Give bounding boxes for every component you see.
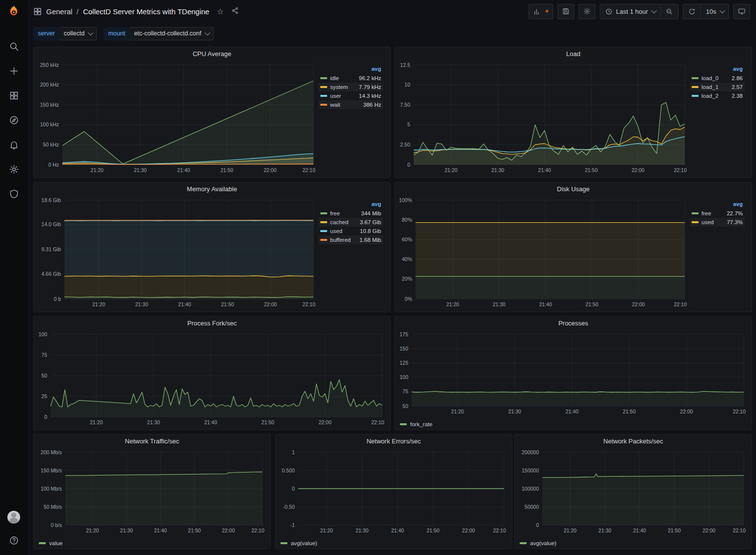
network-errors-legend[interactable]: avg(value) xyxy=(276,538,512,549)
panel-title[interactable]: Network Errors/sec xyxy=(276,435,512,447)
svg-text:100: 100 xyxy=(38,331,47,337)
svg-text:22:00: 22:00 xyxy=(632,301,644,307)
panel-title[interactable]: CPU Average xyxy=(34,47,390,60)
search-button[interactable] xyxy=(8,40,20,52)
create-button[interactable] xyxy=(8,65,20,77)
network-packets-chart[interactable]: 05000010000015000020000021:2021:3021:402… xyxy=(518,447,749,536)
alerting-button[interactable] xyxy=(8,139,20,150)
tv-mode-button[interactable] xyxy=(733,4,750,19)
legend-item[interactable]: cached3.67 Gib xyxy=(318,218,383,227)
chart-svg: 05000010000015000020000021:2021:3021:402… xyxy=(518,447,749,536)
settings-gear-icon xyxy=(583,7,591,15)
legend-item[interactable]: used77.3% xyxy=(690,218,745,227)
processes-chart[interactable]: 507510012515017521:2021:3021:4021:5022:0… xyxy=(398,329,749,417)
variable-server-value[interactable]: collectd xyxy=(59,27,97,40)
svg-text:175: 175 xyxy=(399,331,408,337)
add-panel-button[interactable]: + xyxy=(529,4,553,19)
top-navbar: General / CollectD Server Metrics with T… xyxy=(28,0,756,23)
dashboard-settings-button[interactable] xyxy=(579,4,595,19)
legend-item[interactable]: free22.7% xyxy=(690,209,745,218)
svg-text:0: 0 xyxy=(407,162,410,168)
svg-text:0: 0 xyxy=(44,414,47,420)
refresh-interval-picker[interactable]: 10s xyxy=(700,4,728,19)
svg-text:21:50: 21:50 xyxy=(623,409,636,414)
dashboards-button[interactable] xyxy=(8,89,20,101)
search-icon xyxy=(9,41,19,52)
sidebar xyxy=(0,0,28,555)
svg-text:21:40: 21:40 xyxy=(177,167,190,173)
save-dashboard-button[interactable] xyxy=(558,4,574,19)
page-title[interactable]: CollectD Server Metrics with TDengine xyxy=(83,7,209,16)
breadcrumb-folder[interactable]: General / xyxy=(46,7,79,16)
legend-item[interactable]: user14.3 kHz xyxy=(318,91,383,100)
server-admin-button[interactable] xyxy=(8,188,20,200)
panel-title[interactable]: Network Traffic/sec xyxy=(34,435,270,447)
legend-swatch xyxy=(320,104,327,106)
variable-server: server collectd xyxy=(33,27,97,40)
share-icon[interactable] xyxy=(231,7,239,16)
svg-text:21:40: 21:40 xyxy=(204,419,217,425)
chart-svg: 02.5057.501012.521:2021:3021:4021:5022:0… xyxy=(398,60,690,175)
user-avatar[interactable] xyxy=(7,511,20,524)
panel-title[interactable]: Load xyxy=(395,47,752,60)
chevron-down-icon xyxy=(651,8,657,13)
svg-text:100 kHz: 100 kHz xyxy=(40,121,59,127)
gear-icon xyxy=(9,164,19,175)
network-traffic-legend[interactable]: value xyxy=(34,538,270,549)
monitor-icon xyxy=(738,7,746,15)
legend-item[interactable]: wait386 Hz xyxy=(318,100,383,109)
legend-avg-header: avg xyxy=(690,65,745,74)
legend-avg-header: avg xyxy=(318,65,383,74)
legend-item[interactable]: used10.8 Gib xyxy=(318,227,383,235)
legend-swatch xyxy=(320,221,327,223)
network-traffic-chart[interactable]: 0 b/s50 Mb/s100 Mb/s150 Mb/s200 Mb/s21:2… xyxy=(37,447,267,536)
panel-process-fork: Process Fork/sec 025507510021:2021:3021:… xyxy=(33,316,391,430)
processes-legend[interactable]: fork_rate xyxy=(395,419,752,430)
grafana-logo[interactable] xyxy=(0,0,28,23)
legend-item[interactable]: load_22.38 xyxy=(690,91,745,100)
dashboard-grid-icon xyxy=(33,7,42,16)
legend-item-label: fork_rate xyxy=(410,421,432,427)
variable-mount-value[interactable]: etc-collectd-collectd.conf xyxy=(130,27,214,40)
process-fork-chart[interactable]: 025507510021:2021:3021:4021:5022:0022:10 xyxy=(37,329,387,428)
panel-title[interactable]: Network Packets/sec xyxy=(515,435,752,447)
panel-title[interactable]: Processes xyxy=(395,317,752,329)
panel-disk-usage: Disk Usage 0%20%40%60%80%100%21:2021:302… xyxy=(394,182,752,312)
time-range-picker[interactable]: Last 1 hour xyxy=(600,4,660,19)
svg-text:150: 150 xyxy=(399,346,408,351)
panel-load: Load 02.5057.501012.521:2021:3021:4021:5… xyxy=(394,47,752,178)
legend-swatch xyxy=(520,542,527,544)
legend-item[interactable]: load_02.86 xyxy=(690,74,745,83)
legend-swatch xyxy=(692,212,699,214)
legend-item[interactable]: load_12.57 xyxy=(690,83,745,91)
legend-item[interactable]: buffered1.68 Mib xyxy=(318,235,383,244)
configuration-button[interactable] xyxy=(8,163,20,175)
legend-item[interactable]: idle96.2 kHz xyxy=(318,74,383,83)
svg-text:22:00: 22:00 xyxy=(702,527,715,533)
svg-text:21:50: 21:50 xyxy=(261,419,274,425)
legend-item[interactable]: system7.79 kHz xyxy=(318,83,383,91)
disk-usage-chart[interactable]: 0%20%40%60%80%100%21:2021:3021:4021:5022… xyxy=(398,195,690,310)
panel-title[interactable]: Memory Available xyxy=(34,182,390,195)
refresh-button[interactable] xyxy=(683,4,700,19)
network-errors-chart[interactable]: -1-0.5000.500121:2021:3021:4021:5022:002… xyxy=(279,447,509,536)
svg-text:150 Mb/s: 150 Mb/s xyxy=(41,467,62,473)
svg-text:-0.50: -0.50 xyxy=(283,504,295,510)
panel-title[interactable]: Disk Usage xyxy=(395,182,752,195)
breadcrumb: General / CollectD Server Metrics with T… xyxy=(33,7,239,16)
star-icon[interactable]: ☆ xyxy=(217,7,224,16)
zoom-out-button[interactable] xyxy=(660,4,678,19)
svg-text:10: 10 xyxy=(404,82,410,88)
svg-text:0 b: 0 b xyxy=(54,296,61,302)
panel-title[interactable]: Process Fork/sec xyxy=(34,317,390,329)
legend-item-label: value xyxy=(49,540,63,546)
svg-text:200 kHz: 200 kHz xyxy=(40,82,59,88)
cpu-average-chart[interactable]: 0 Hz50 kHz100 kHz150 kHz200 kHz250 kHz21… xyxy=(37,60,318,175)
explore-button[interactable] xyxy=(8,114,20,126)
memory-available-chart[interactable]: 0 b4.66 Gib9.31 Gib14.0 Gib18.6 Gib21:20… xyxy=(37,195,318,310)
load-chart[interactable]: 02.5057.501012.521:2021:3021:4021:5022:0… xyxy=(398,60,690,175)
help-button[interactable] xyxy=(8,534,20,546)
network-packets-legend[interactable]: avg(value) xyxy=(515,538,752,549)
legend-item[interactable]: free344 Mib xyxy=(318,209,383,218)
plus-icon xyxy=(9,66,19,76)
